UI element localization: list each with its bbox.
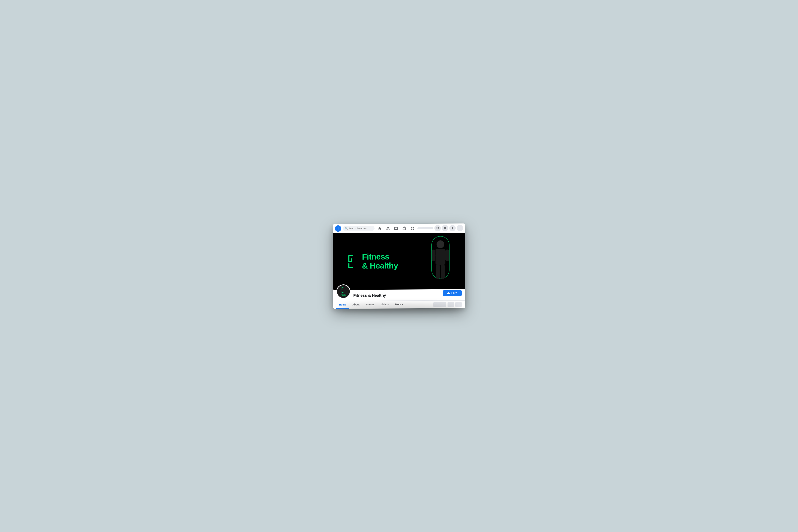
brand-logo-icon xyxy=(347,253,358,269)
search-bar[interactable]: 🔍 xyxy=(343,226,375,231)
svg-rect-21 xyxy=(436,265,440,279)
svg-rect-11 xyxy=(351,259,352,262)
nav-groups-button[interactable] xyxy=(408,225,416,231)
svg-rect-22 xyxy=(441,265,445,279)
svg-rect-2 xyxy=(411,228,412,229)
search-input[interactable] xyxy=(349,227,373,230)
cover-brand: Fitness & Healthy xyxy=(333,252,398,270)
svg-rect-26 xyxy=(343,288,343,290)
svg-rect-7 xyxy=(438,228,439,229)
cover-photo: Fitness & Healthy xyxy=(333,233,465,290)
svg-rect-19 xyxy=(432,249,435,261)
nav-right xyxy=(417,225,463,231)
nav-watch-button[interactable] xyxy=(392,225,400,232)
nav-icons xyxy=(376,225,416,232)
svg-rect-0 xyxy=(411,227,412,228)
cover-fitness-figure xyxy=(416,233,465,289)
nav-right-placeholder xyxy=(417,227,433,229)
like-button[interactable]: LIKE xyxy=(443,290,462,296)
search-icon: 🔍 xyxy=(345,227,347,230)
facebook-logo[interactable]: f xyxy=(335,225,341,232)
nav-messenger-button[interactable] xyxy=(442,225,448,231)
page-name: Fitness & Healthy xyxy=(353,293,440,299)
svg-rect-20 xyxy=(445,249,449,261)
svg-point-17 xyxy=(437,240,444,248)
nav-notifications-button[interactable] xyxy=(449,225,456,231)
navbar: f 🔍 xyxy=(333,224,465,233)
tab-action-button-3[interactable] xyxy=(455,302,462,307)
svg-rect-3 xyxy=(413,228,414,229)
nav-home-button[interactable] xyxy=(376,225,383,232)
svg-rect-1 xyxy=(413,227,414,228)
fitness-illustration xyxy=(421,234,460,288)
avatar-text: Fitness & Healthy xyxy=(341,293,346,296)
profile-info-row: Fitness & Healthy Fitness & Healthy LIKE xyxy=(336,289,462,301)
svg-rect-5 xyxy=(438,227,439,228)
like-button-label: LIKE xyxy=(451,291,457,294)
svg-rect-13 xyxy=(348,267,353,268)
svg-rect-24 xyxy=(342,287,343,288)
nav-marketplace-button[interactable] xyxy=(400,225,408,231)
browser-shadow xyxy=(339,305,459,312)
svg-rect-4 xyxy=(437,227,437,228)
svg-rect-6 xyxy=(437,228,437,229)
cover-brand-name: Fitness & Healthy xyxy=(362,252,398,270)
svg-rect-9 xyxy=(348,255,353,256)
nav-friends-button[interactable] xyxy=(384,225,392,232)
nav-account-button[interactable] xyxy=(457,225,463,231)
svg-rect-18 xyxy=(436,249,445,265)
nav-grid-button[interactable] xyxy=(435,225,441,231)
profile-section: Fitness & Healthy Fitness & Healthy LIKE xyxy=(333,289,465,301)
page-avatar[interactable]: Fitness & Healthy xyxy=(336,284,350,299)
tab-action-button-2[interactable] xyxy=(448,302,454,307)
browser-window: f 🔍 xyxy=(333,224,465,309)
